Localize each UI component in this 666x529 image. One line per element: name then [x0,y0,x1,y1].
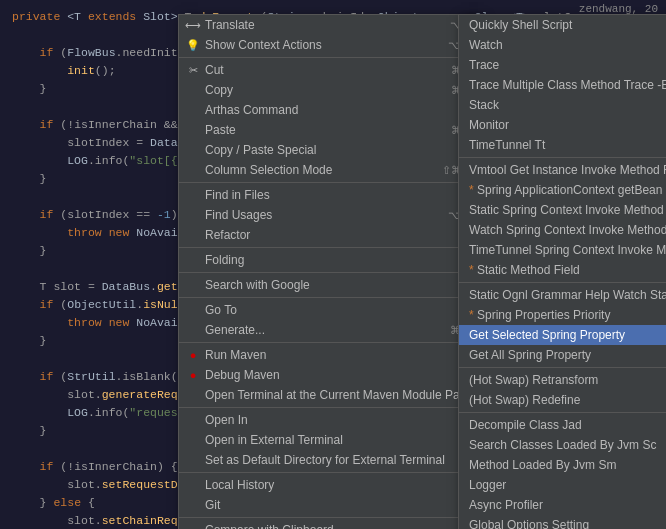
submenu-hotswap-redefine[interactable]: (Hot Swap) Redefine [459,390,666,410]
submenu-sep-1 [459,157,666,158]
menu-goto[interactable]: Go To [179,300,480,320]
menu-paste[interactable]: Paste ⌘V [179,120,480,140]
sep-4 [179,272,480,273]
menu-arthas[interactable]: Arthas Command [179,100,480,120]
submenu-global-options[interactable]: Global Options Setting [459,515,666,529]
cut-icon: ✂ [185,64,201,77]
submenu-quickly-shell[interactable]: Quickly Shell Script [459,15,666,35]
menu-open-in[interactable]: Open In [179,410,480,430]
submenu-static-ognl[interactable]: Static Ognl Grammar Help Watch Static Co… [459,285,666,305]
menu-run-maven[interactable]: ● Run Maven [179,345,480,365]
submenu-watch[interactable]: Watch [459,35,666,55]
submenu-sep-2 [459,282,666,283]
submenu-spring-appctx[interactable]: * Spring ApplicationContext getBean [459,180,666,200]
sep-2 [179,182,480,183]
menu-find-usages[interactable]: Find Usages ⌥G [179,205,480,225]
submenu-sep-3 [459,367,666,368]
menu-open-external-terminal[interactable]: Open in External Terminal [179,430,480,450]
run-maven-icon: ● [185,349,201,361]
sep-9 [179,517,480,518]
submenu-trace-multiple[interactable]: Trace Multiple Class Method Trace -E [459,75,666,95]
menu-set-default-dir[interactable]: Set as Default Directory for External Te… [179,450,480,470]
submenu-sep-4 [459,412,666,413]
sep-3 [179,247,480,248]
submenu-spring-priority[interactable]: * Spring Properties Priority [459,305,666,325]
submenu-trace[interactable]: Trace [459,55,666,75]
submenu-timetunnel[interactable]: TimeTunnel Tt [459,135,666,155]
menu-find-files[interactable]: Find in Files [179,185,480,205]
menu-show-context[interactable]: 💡 Show Context Actions ⌥↵ [179,35,480,55]
submenu-static-method-field[interactable]: * Static Method Field [459,260,666,280]
menu-generate[interactable]: Generate... ⌘G [179,320,480,340]
sep-7 [179,407,480,408]
submenu-static-spring-ctx[interactable]: Static Spring Context Invoke Method Fiel… [459,200,666,220]
menu-search-google[interactable]: Search with Google [179,275,480,295]
submenu-get-all-spring[interactable]: Get All Spring Property [459,345,666,365]
submenu-stack[interactable]: Stack [459,95,666,115]
submenu-logger[interactable]: Logger [459,475,666,495]
submenu-timetunnel-spring[interactable]: TimeTunnel Spring Context Invoke Method … [459,240,666,260]
sep-6 [179,342,480,343]
submenu-get-selected-spring[interactable]: Get Selected Spring Property [459,325,666,345]
submenu-vmtool-get[interactable]: Vmtool Get Instance Invoke Method Field [459,160,666,180]
menu-debug-maven[interactable]: ● Debug Maven [179,365,480,385]
menu-copy[interactable]: Copy ⌘C [179,80,480,100]
menu-refactor[interactable]: Refactor [179,225,480,245]
submenu-panel[interactable]: Quickly Shell Script Watch Trace Trace M… [458,14,666,529]
submenu-search-classes-jvm[interactable]: Search Classes Loaded By Jvm Sc [459,435,666,455]
menu-folding[interactable]: Folding [179,250,480,270]
context-menu[interactable]: ⟷ Translate ⌥T 💡 Show Context Actions ⌥↵… [178,14,481,529]
menu-copy-paste-special[interactable]: Copy / Paste Special [179,140,480,160]
submenu-async-profiler[interactable]: Async Profiler [459,495,666,515]
sep-5 [179,297,480,298]
sep-1 [179,57,480,58]
submenu-search-methods-jvm[interactable]: Method Loaded By Jvm Sm [459,455,666,475]
menu-translate[interactable]: ⟷ Translate ⌥T [179,15,480,35]
menu-git[interactable]: Git [179,495,480,515]
context-actions-icon: 💡 [185,39,201,52]
submenu-decompile-jad[interactable]: Decompile Class Jad [459,415,666,435]
menu-local-history[interactable]: Local History [179,475,480,495]
submenu-monitor[interactable]: Monitor [459,115,666,135]
translate-icon: ⟷ [185,19,201,32]
sep-8 [179,472,480,473]
menu-open-terminal-maven[interactable]: Open Terminal at the Current Maven Modul… [179,385,480,405]
menu-cut[interactable]: ✂ Cut ⌘X [179,60,480,80]
submenu-watch-spring-ctx[interactable]: Watch Spring Context Invoke Method Field [459,220,666,240]
menu-column-selection[interactable]: Column Selection Mode ⇧⌘B [179,160,480,180]
debug-maven-icon: ● [185,369,201,381]
submenu-hotswap-retransform[interactable]: (Hot Swap) Retransform [459,370,666,390]
menu-compare-clipboard[interactable]: Compare with Clipboard [179,520,480,529]
